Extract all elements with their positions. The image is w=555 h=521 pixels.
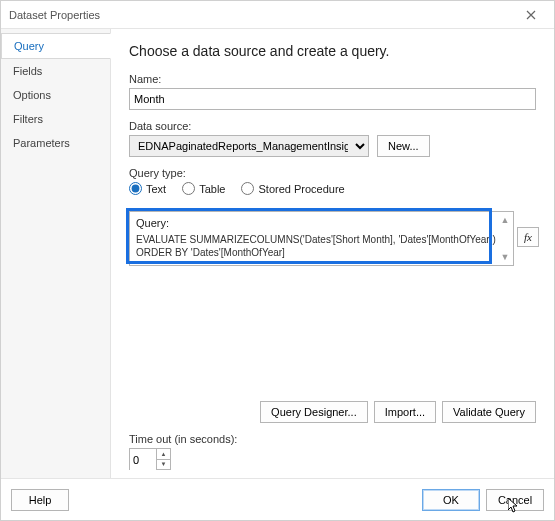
sidebar-item-fields[interactable]: Fields [1,59,110,83]
datasource-label: Data source: [129,120,536,132]
dialog-body: Query Fields Options Filters Parameters … [1,29,554,478]
querytype-table[interactable]: Table [182,182,225,195]
timeout-label: Time out (in seconds): [129,433,536,445]
close-icon [526,10,536,20]
name-label: Name: [129,73,536,85]
cancel-button[interactable]: Cancel [486,489,544,511]
sidebar-item-options[interactable]: Options [1,83,110,107]
querytype-label: Query type: [129,167,536,179]
import-button[interactable]: Import... [374,401,436,423]
sidebar-item-query[interactable]: Query [1,33,111,59]
dataset-properties-dialog: Dataset Properties Query Fields Options … [0,0,555,521]
querytype-text-radio[interactable] [129,182,142,195]
timeout-group: Time out (in seconds): ▲ ▼ [129,433,536,470]
datasource-select[interactable]: EDNAPaginatedReports_ManagementInsights [129,135,369,157]
page-heading: Choose a data source and create a query. [129,43,536,59]
help-button[interactable]: Help [11,489,69,511]
query-section: Query: EVALUATE SUMMARIZECOLUMNS('Dates'… [129,205,536,393]
name-input[interactable] [129,88,536,110]
query-textarea[interactable]: Query: EVALUATE SUMMARIZECOLUMNS('Dates'… [129,211,514,266]
timeout-spinner[interactable]: ▲ ▼ [129,448,171,470]
dialog-footer: Help OK Cancel [1,478,554,520]
timeout-down-icon[interactable]: ▼ [157,460,170,470]
new-datasource-button[interactable]: New... [377,135,430,157]
timeout-input[interactable] [130,449,156,471]
titlebar: Dataset Properties [1,1,554,29]
query-text-content: EVALUATE SUMMARIZECOLUMNS('Dates'[Short … [136,233,507,259]
expression-button[interactable]: fx [517,227,539,247]
timeout-up-icon[interactable]: ▲ [157,449,170,460]
query-designer-button[interactable]: Query Designer... [260,401,368,423]
window-title: Dataset Properties [9,9,100,21]
main-panel: Choose a data source and create a query.… [111,29,554,478]
query-buttons-row: Query Designer... Import... Validate Que… [129,401,536,423]
datasource-group: Data source: EDNAPaginatedReports_Manage… [129,120,536,157]
query-label: Query: [136,217,507,229]
scroll-up-icon[interactable]: ▲ [498,215,512,225]
querytype-text[interactable]: Text [129,182,166,195]
querytype-group: Query type: Text Table Stored Procedure [129,167,536,195]
querytype-table-radio[interactable] [182,182,195,195]
ok-button[interactable]: OK [422,489,480,511]
name-group: Name: [129,73,536,110]
sidebar-item-filters[interactable]: Filters [1,107,110,131]
scroll-down-icon[interactable]: ▼ [498,252,512,262]
sidebar: Query Fields Options Filters Parameters [1,29,111,478]
sidebar-item-parameters[interactable]: Parameters [1,131,110,155]
close-button[interactable] [516,5,546,25]
querytype-stored[interactable]: Stored Procedure [241,182,344,195]
querytype-stored-radio[interactable] [241,182,254,195]
validate-query-button[interactable]: Validate Query [442,401,536,423]
